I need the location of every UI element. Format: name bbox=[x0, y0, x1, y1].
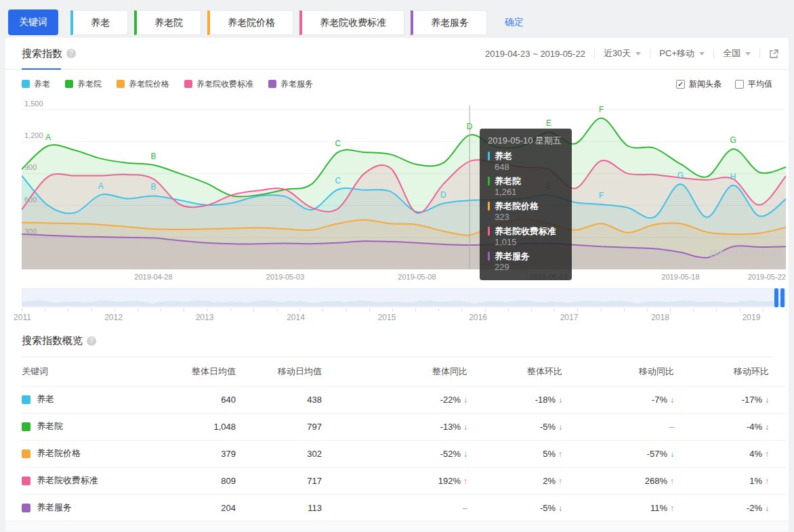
year-tick bbox=[138, 309, 138, 311]
year-tick bbox=[508, 309, 509, 311]
help-icon[interactable]: ? bbox=[87, 336, 96, 346]
chevron-down-icon bbox=[699, 52, 705, 56]
year-tick bbox=[601, 309, 602, 311]
legend-swatch bbox=[22, 80, 30, 88]
year-tick bbox=[554, 309, 555, 311]
news-marker-G[interactable]: G bbox=[677, 171, 684, 180]
legend-label: 养老服务 bbox=[280, 79, 313, 90]
x-axis-label: 2019-04-28 bbox=[126, 273, 180, 281]
legend-item[interactable]: 养老院 bbox=[65, 79, 102, 90]
year-tick bbox=[299, 309, 300, 311]
news-marker-C[interactable]: C bbox=[335, 176, 341, 185]
year-tick bbox=[531, 309, 532, 311]
tooltip-swatch bbox=[488, 202, 490, 210]
overview-title: 搜索指数概览 bbox=[22, 334, 83, 347]
filter-dropdown-region[interactable]: 全国 bbox=[723, 47, 751, 60]
year-tick bbox=[670, 309, 671, 311]
news-marker-C[interactable]: C bbox=[335, 139, 341, 148]
keyword-tag[interactable]: 养老院收费标准 bbox=[299, 10, 404, 35]
overall-daily-avg: 379 bbox=[184, 440, 236, 467]
keyword-name: 养老服务 bbox=[37, 502, 72, 514]
news-marker-D[interactable]: D bbox=[440, 190, 446, 200]
year-label: 2019 bbox=[736, 313, 766, 322]
filter-dropdown-timespan[interactable]: 近30天 bbox=[604, 47, 641, 60]
percent-cell: 4%↑ bbox=[674, 440, 786, 467]
y-axis-label: 600 bbox=[24, 196, 37, 204]
year-tick bbox=[438, 309, 439, 311]
mobile-daily-avg: 302 bbox=[236, 440, 322, 467]
slider-handle-right[interactable] bbox=[780, 288, 785, 307]
filter-dropdown-platform[interactable]: PC+移动 bbox=[659, 47, 705, 60]
mobile-daily-avg: 438 bbox=[236, 386, 322, 413]
tooltip-item: 养老院1,261 bbox=[488, 175, 564, 198]
legend-item[interactable]: 养老院价格 bbox=[117, 79, 169, 90]
keyword-tag[interactable]: 养老服务 bbox=[411, 10, 487, 35]
trend-down-icon: ↓ bbox=[558, 422, 562, 432]
year-label: 2014 bbox=[281, 313, 311, 322]
y-axis-label: 1,200 bbox=[24, 131, 43, 139]
percent-cell: -4%↓ bbox=[674, 413, 786, 440]
trend-up-icon: ↑ bbox=[765, 449, 769, 459]
tooltip-swatch bbox=[488, 227, 490, 236]
news-marker-B[interactable]: B bbox=[150, 152, 156, 161]
year-label: 2016 bbox=[463, 313, 493, 322]
chart-legend: 养老养老院养老院价格养老院收费标准养老服务 bbox=[22, 79, 313, 90]
percent-cell: -13%↓ bbox=[322, 413, 467, 440]
trend-down-icon: ↓ bbox=[558, 504, 562, 513]
keyword-tag[interactable]: 养老院 bbox=[134, 10, 201, 35]
news-marker-A[interactable]: A bbox=[98, 181, 104, 191]
confirm-button[interactable]: 确定 bbox=[505, 16, 524, 28]
percent-cell: 1%↑ bbox=[674, 467, 786, 494]
search-index-card: 搜索指数 ? 2019-04-23 ~ 2019-05-22 近30天PC+移动… bbox=[5, 38, 789, 531]
news-marker-D[interactable]: D bbox=[467, 122, 473, 131]
legend-item[interactable]: 养老院收费标准 bbox=[184, 79, 253, 90]
year-tick bbox=[45, 309, 45, 311]
tooltip-item: 养老院价格323 bbox=[488, 200, 564, 223]
year-label: 2012 bbox=[99, 313, 129, 322]
chart-options: ✓新闻头条平均值 bbox=[676, 79, 772, 90]
trend-up-icon: ↑ bbox=[670, 504, 674, 513]
news-marker-A[interactable]: A bbox=[45, 133, 51, 142]
column-header: 整体同比 bbox=[322, 357, 467, 386]
news-marker-G[interactable]: G bbox=[730, 135, 736, 145]
news-marker-F[interactable]: F bbox=[599, 105, 604, 114]
export-icon[interactable] bbox=[769, 49, 779, 59]
keyword-name: 养老院价格 bbox=[37, 447, 81, 460]
news-toggle[interactable]: ✓新闻头条 bbox=[676, 79, 722, 90]
overview-table: 关键词整体日均值移动日均值整体同比整体环比移动同比移动环比 养老640438-2… bbox=[22, 357, 786, 521]
trend-chart[interactable]: ABCDEFGHABCDEFG bbox=[22, 96, 786, 271]
legend-item[interactable]: 养老服务 bbox=[268, 79, 313, 90]
year-tick bbox=[346, 309, 347, 311]
keyword-swatch bbox=[22, 476, 30, 485]
percent-cell: -18%↓ bbox=[467, 386, 562, 413]
average-toggle[interactable]: 平均值 bbox=[735, 79, 772, 90]
legend-swatch bbox=[268, 80, 276, 88]
news-marker-F[interactable]: F bbox=[599, 191, 604, 200]
news-marker-H[interactable]: H bbox=[730, 172, 736, 181]
keyword-label-button[interactable]: 关键词 bbox=[8, 9, 58, 35]
timeline-slider[interactable] bbox=[22, 288, 786, 307]
legend-swatch bbox=[65, 80, 73, 88]
header-controls: 2019-04-23 ~ 2019-05-22 近30天PC+移动全国 bbox=[485, 47, 779, 60]
column-header: 移动环比 bbox=[674, 357, 786, 386]
slider-handle-left[interactable] bbox=[774, 288, 778, 307]
tab-search-index[interactable]: 搜索指数 bbox=[22, 47, 62, 60]
legend-swatch bbox=[117, 80, 125, 88]
keyword-tag[interactable]: 养老 bbox=[70, 10, 128, 35]
news-marker-B[interactable]: B bbox=[150, 182, 156, 192]
chart-tooltip: 2019-05-10 星期五 养老648养老院1,261养老院价格323养老院收… bbox=[480, 129, 572, 280]
keyword-name: 养老院收费标准 bbox=[37, 474, 98, 487]
help-icon[interactable]: ? bbox=[66, 49, 76, 58]
tooltip-value: 648 bbox=[495, 162, 564, 173]
trend-up-icon: ↑ bbox=[670, 476, 674, 486]
x-axis-label: 2019-05-22 bbox=[732, 273, 786, 281]
keyword-tag[interactable]: 养老院价格 bbox=[207, 10, 293, 35]
trend-down-icon: ↓ bbox=[670, 449, 674, 459]
mobile-daily-avg: 797 bbox=[236, 413, 322, 440]
percent-cell: -2%↓ bbox=[674, 494, 786, 521]
year-label: 2018 bbox=[646, 313, 675, 322]
legend-item[interactable]: 养老 bbox=[22, 79, 50, 90]
tooltip-keyword: 养老 bbox=[495, 150, 512, 162]
news-marker-E[interactable]: E bbox=[546, 118, 551, 128]
tab-underline bbox=[22, 68, 61, 70]
